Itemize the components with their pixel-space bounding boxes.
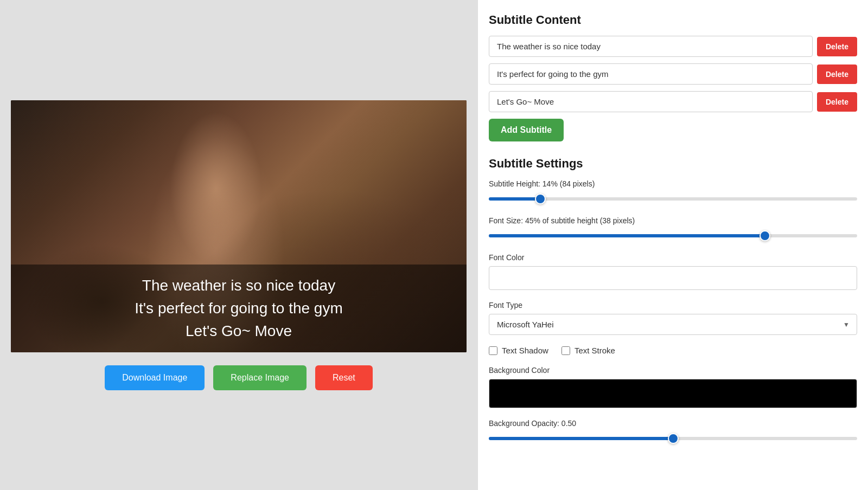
font-size-setting: Font Size: 45% of subtitle height (38 pi… — [489, 216, 857, 242]
bg-opacity-setting: Background Opacity: 0.50 — [489, 419, 857, 445]
bg-opacity-slider-track[interactable] — [489, 437, 857, 440]
subtitle-line-2: It's perfect for going to the gym — [22, 297, 456, 320]
left-panel: The weather is so nice today It's perfec… — [0, 0, 477, 490]
right-panel: Subtitle Content Delete Delete Delete Ad… — [477, 0, 868, 490]
bg-opacity-slider-thumb[interactable] — [668, 433, 679, 444]
subtitle-row-3: Delete — [489, 91, 857, 112]
delete-button-3[interactable]: Delete — [817, 92, 857, 112]
text-stroke-checkbox[interactable] — [561, 346, 570, 355]
text-stroke-checkbox-label[interactable]: Text Stroke — [561, 346, 615, 355]
height-setting: Subtitle Height: 14% (84 pixels) — [489, 179, 857, 205]
text-stroke-label: Text Stroke — [575, 346, 615, 355]
font-type-label: Font Type — [489, 301, 857, 310]
image-container: The weather is so nice today It's perfec… — [11, 100, 467, 352]
text-shadow-checkbox-label[interactable]: Text Shadow — [489, 346, 548, 355]
delete-button-1[interactable]: Delete — [817, 37, 857, 56]
subtitle-overlay: The weather is so nice today It's perfec… — [11, 265, 467, 352]
bg-color-label: Background Color — [489, 366, 857, 375]
font-type-select[interactable]: Arial Microsoft YaHei Times New Roman Ge… — [489, 314, 857, 335]
font-size-slider-fill — [489, 234, 765, 237]
reset-button[interactable]: Reset — [315, 365, 373, 390]
bg-opacity-slider-container[interactable] — [489, 432, 857, 445]
text-effects-row: Text Shadow Text Stroke — [489, 346, 857, 355]
subtitle-row-2: Delete — [489, 63, 857, 85]
subtitle-line-1: The weather is so nice today — [22, 274, 456, 297]
height-slider-track[interactable] — [489, 197, 857, 201]
font-size-slider-thumb[interactable] — [760, 230, 770, 241]
download-image-button[interactable]: Download Image — [105, 365, 205, 390]
action-buttons: Download Image Replace Image Reset — [105, 365, 373, 390]
font-size-slider-track[interactable] — [489, 234, 857, 237]
subtitle-input-1[interactable] — [489, 36, 813, 57]
font-color-label: Font Color — [489, 253, 857, 262]
subtitle-content-title: Subtitle Content — [489, 13, 857, 27]
subtitle-settings-title: Subtitle Settings — [489, 157, 857, 171]
bg-opacity-label: Background Opacity: 0.50 — [489, 419, 857, 428]
text-shadow-checkbox[interactable] — [489, 346, 497, 355]
add-subtitle-button[interactable]: Add Subtitle — [489, 119, 564, 141]
subtitle-input-2[interactable] — [489, 63, 813, 85]
bg-color-setting: Background Color — [489, 366, 857, 408]
height-label: Subtitle Height: 14% (84 pixels) — [489, 179, 857, 188]
font-type-setting: Font Type Arial Microsoft YaHei Times Ne… — [489, 301, 857, 335]
height-slider-container[interactable] — [489, 192, 857, 205]
font-color-setting: Font Color — [489, 253, 857, 290]
height-slider-thumb[interactable] — [535, 194, 546, 204]
height-slider-fill — [489, 197, 540, 201]
subtitle-row-1: Delete — [489, 36, 857, 57]
text-shadow-label: Text Shadow — [502, 346, 548, 355]
font-size-label: Font Size: 45% of subtitle height (38 pi… — [489, 216, 857, 225]
delete-button-2[interactable]: Delete — [817, 65, 857, 84]
subtitle-input-3[interactable] — [489, 91, 813, 112]
font-size-slider-container[interactable] — [489, 229, 857, 242]
bg-opacity-slider-fill — [489, 437, 673, 440]
subtitle-line-3: Let's Go~ Move — [22, 320, 456, 343]
font-color-input[interactable] — [489, 266, 857, 290]
replace-image-button[interactable]: Replace Image — [213, 365, 307, 390]
font-type-select-wrapper: Arial Microsoft YaHei Times New Roman Ge… — [489, 314, 857, 335]
bg-color-input[interactable] — [489, 379, 857, 408]
